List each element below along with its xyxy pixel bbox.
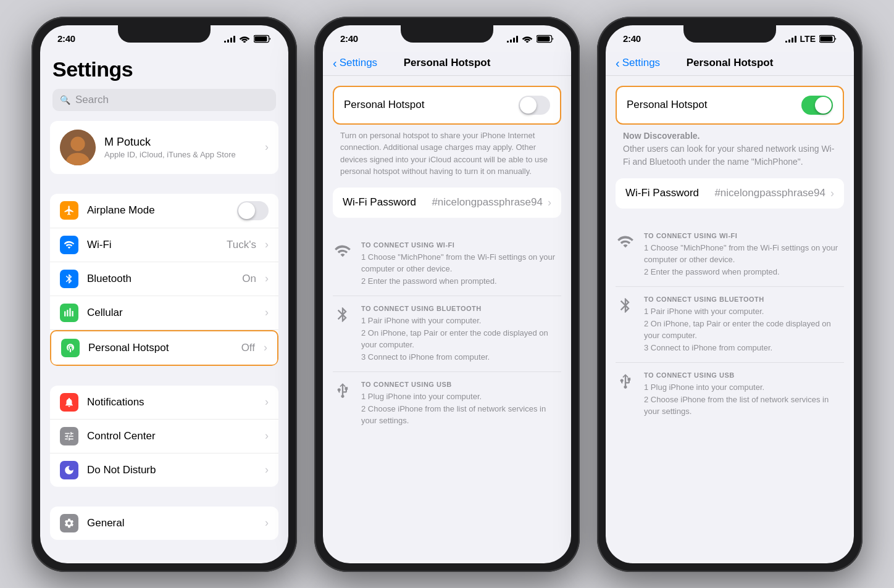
screen-2: 2:40 ‹ Settings	[323, 25, 571, 563]
profile-sub: Apple ID, iCloud, iTunes & App Store	[104, 150, 256, 159]
profile-name: M Potuck	[104, 135, 256, 149]
hotspot-toggle-label-3: Personal Hotspot	[627, 99, 801, 111]
notifications-label: Notifications	[87, 396, 256, 408]
control-center-row[interactable]: Control Center ›	[50, 420, 278, 453]
status-time-3: 2:40	[623, 33, 641, 44]
connect-bt-step2-3: 2 On iPhone, tap Pair or enter the code …	[644, 318, 844, 342]
general-row[interactable]: General ›	[50, 507, 278, 540]
signal-bars-1	[224, 35, 235, 43]
profile-cell[interactable]: M Potuck Apple ID, iCloud, iTunes & App …	[50, 121, 278, 174]
nav-title-2: Personal Hotspot	[382, 57, 512, 69]
profile-info: M Potuck Apple ID, iCloud, iTunes & App …	[104, 135, 256, 159]
notch-2	[401, 25, 493, 43]
discoverable-title-3: Now Discoverable.	[623, 131, 700, 141]
nav-back-3[interactable]: ‹ Settings	[616, 56, 665, 70]
airplane-toggle[interactable]	[237, 201, 269, 220]
airplane-icon	[60, 201, 78, 220]
wifi-password-cell-2[interactable]: Wi-Fi Password #nicelongpassphrase94 ›	[333, 188, 561, 218]
nav-bar-3: ‹ Settings Personal Hotspot	[606, 52, 854, 76]
svg-point-3	[70, 136, 85, 151]
hotspot-value: Off	[241, 342, 255, 354]
connect-usb-step1-2: 1 Plug iPhone into your computer.	[361, 391, 561, 403]
connect-bt-text-2: TO CONNECT USING BLUETOOTH 1 Pair iPhone…	[361, 305, 561, 363]
wifi-password-cell-3[interactable]: Wi-Fi Password #nicelongpassphrase94 ›	[616, 178, 844, 209]
discoverable-text-3: Now Discoverable. Other users can look f…	[606, 125, 854, 178]
nav-bar-2: ‹ Settings Personal Hotspot	[323, 52, 571, 76]
battery-icon-2	[537, 35, 554, 43]
nav-title-3: Personal Hotspot	[665, 57, 795, 69]
nav-back-label-3: Settings	[622, 57, 660, 69]
settings-title: Settings	[40, 52, 288, 89]
connect-bt-step1-2: 1 Pair iPhone with your computer.	[361, 315, 561, 327]
discoverable-desc-3: Other users can look for your shared net…	[623, 144, 834, 167]
hotspot-label: Personal Hotspot	[88, 342, 233, 354]
connect-wifi-step2-3: 2 Enter the password when prompted.	[644, 266, 844, 278]
screen-3: 2:40 LTE ‹ Settings	[606, 25, 854, 563]
signal-bars-2	[507, 35, 518, 43]
settings-scroll[interactable]: Settings 🔍 Search M P	[40, 52, 288, 563]
connect-usb-heading-2: TO CONNECT USING USB	[361, 381, 561, 388]
bluetooth-row-icon	[60, 270, 78, 288]
connect-usb-step2-2: 2 Choose iPhone from the list of network…	[361, 403, 561, 427]
signal-bars-3	[785, 35, 796, 43]
hotspot-chevron: ›	[264, 341, 267, 354]
battery-icon-1	[254, 35, 271, 43]
settings-section-3: General ›	[50, 507, 278, 540]
wifi-password-chevron-2: ›	[548, 196, 551, 209]
lte-indicator: LTE	[800, 34, 816, 44]
control-center-label: Control Center	[87, 430, 256, 442]
phone-2: 2:40 ‹ Settings	[314, 17, 580, 572]
search-icon: 🔍	[60, 95, 70, 105]
avatar	[60, 130, 96, 165]
hotspot-toggle-cell-3[interactable]: Personal Hotspot	[616, 86, 844, 125]
wifi-password-label-3: Wi-Fi Password	[625, 187, 714, 199]
dnd-row[interactable]: Do Not Disturb ›	[50, 453, 278, 487]
connect-wifi-step1-2: 1 Choose "MichPhone" from the Wi-Fi sett…	[361, 251, 561, 275]
connect-bt-text-3: TO CONNECT USING BLUETOOTH 1 Pair iPhone…	[644, 296, 844, 354]
hotspot-toggle-switch-3[interactable]	[801, 96, 833, 115]
wifi-label: Wi-Fi	[87, 239, 218, 251]
connect-bt-icon-3	[616, 296, 635, 354]
wifi-row-icon	[60, 236, 78, 254]
nav-back-label-2: Settings	[340, 57, 377, 69]
hotspot-toggle-switch-2[interactable]	[519, 96, 550, 115]
status-icons-2	[507, 35, 554, 43]
wifi-password-value-3: #nicelongpassphrase94	[714, 187, 825, 199]
wifi-icon-2	[522, 35, 533, 43]
connect-wifi-text-3: TO CONNECT USING WI-FI 1 Choose "MichPho…	[644, 232, 844, 278]
connect-wifi-text-2: TO CONNECT USING WI-FI 1 Choose "MichPho…	[361, 241, 561, 288]
connect-wifi-icon-2	[333, 241, 353, 288]
wifi-password-label-2: Wi-Fi Password	[343, 196, 432, 209]
connect-usb-2: TO CONNECT USING USB 1 Plug iPhone into …	[333, 372, 561, 436]
bluetooth-chevron: ›	[265, 272, 269, 285]
connect-usb-icon-3	[616, 371, 635, 418]
notifications-row[interactable]: Notifications ›	[50, 386, 278, 420]
connect-bt-step3-2: 3 Connect to iPhone from computer.	[361, 351, 561, 363]
dnd-chevron: ›	[265, 463, 269, 476]
notch-3	[683, 25, 776, 43]
wifi-row[interactable]: Wi-Fi Tuck's ›	[50, 228, 278, 262]
hotspot-toggle-cell-2[interactable]: Personal Hotspot	[333, 86, 561, 125]
nav-back-2[interactable]: ‹ Settings	[333, 56, 382, 70]
phone-3: 2:40 LTE ‹ Settings	[597, 17, 863, 572]
screen-1: 2:40 Settings 🔍	[40, 25, 288, 563]
hotspot-scroll-3[interactable]: Personal Hotspot Now Discoverable. Other…	[606, 76, 854, 563]
general-chevron: ›	[265, 516, 269, 529]
connect-bt-heading-2: TO CONNECT USING BLUETOOTH	[361, 305, 561, 312]
svg-rect-1	[254, 36, 267, 41]
connect-wifi-3: TO CONNECT USING WI-FI 1 Choose "MichPho…	[616, 223, 844, 288]
hotspot-scroll-2[interactable]: Personal Hotspot Turn on personal hotspo…	[323, 76, 571, 563]
bluetooth-row[interactable]: Bluetooth On ›	[50, 262, 278, 296]
connect-usb-heading-3: TO CONNECT USING USB	[644, 371, 844, 379]
hotspot-row[interactable]: Personal Hotspot Off ›	[50, 330, 278, 366]
search-placeholder: Search	[75, 94, 109, 106]
notifications-icon	[60, 393, 78, 412]
connect-usb-step2-3: 2 Choose iPhone from the list of network…	[644, 394, 844, 418]
hotspot-desc-2: Turn on personal hotspot to share your i…	[323, 125, 571, 188]
connect-usb-step1-3: 1 Plug iPhone into your computer.	[644, 381, 844, 394]
connect-usb-text-3: TO CONNECT USING USB 1 Plug iPhone into …	[644, 371, 844, 418]
cellular-row[interactable]: Cellular ›	[50, 296, 278, 330]
airplane-mode-row[interactable]: Airplane Mode	[50, 194, 278, 228]
connect-bt-step2-2: 2 On iPhone, tap Pair or enter the code …	[361, 327, 561, 351]
search-bar[interactable]: 🔍 Search	[52, 89, 276, 111]
